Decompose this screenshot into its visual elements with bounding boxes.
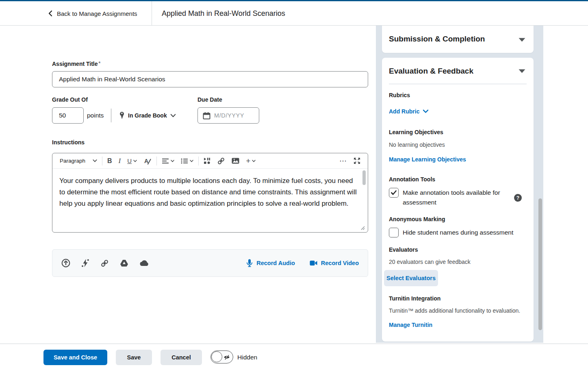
bold-button[interactable]: B: [104, 155, 115, 167]
align-icon: [162, 158, 169, 164]
insert-quicklink-button[interactable]: [214, 155, 228, 167]
record-audio-label: Record Audio: [256, 260, 295, 266]
toolbar-separator: [198, 157, 199, 165]
toolbar-overflow-button[interactable]: ⋯: [336, 155, 350, 167]
chevron-down-icon: [190, 160, 193, 162]
select-evaluators-button[interactable]: Select Evaluators: [384, 270, 438, 286]
editor-content-area[interactable]: Your company delivers products to multip…: [52, 169, 368, 232]
rubrics-label: Rubrics: [389, 92, 410, 98]
add-rubric-dropdown[interactable]: Add Rubric: [389, 108, 429, 115]
page-title: Applied Math in Real-World Scenarios: [162, 1, 285, 26]
submission-completion-title: Submission & Completion: [389, 35, 485, 43]
onedrive-button[interactable]: [139, 260, 149, 266]
editor-scrollbar-thumb[interactable]: [362, 170, 366, 185]
alignment-dropdown[interactable]: [158, 155, 178, 167]
attachments-bar: Record Audio Record Video: [52, 249, 368, 277]
italic-button[interactable]: I: [115, 155, 124, 167]
chevron-down-icon: [170, 114, 176, 118]
anonymous-marking-checkbox-row: Hide student names during assessment: [389, 228, 513, 237]
underline-dropdown[interactable]: U: [124, 155, 140, 167]
grade-medal-icon: [119, 111, 125, 120]
instructions-text: Your company delivers products to multip…: [59, 175, 357, 209]
hidden-toggle-label: Hidden: [237, 344, 257, 370]
due-date-input[interactable]: [214, 112, 255, 119]
fullscreen-button[interactable]: [350, 155, 364, 167]
submission-completion-header[interactable]: Submission & Completion: [382, 26, 534, 44]
insert-image-button[interactable]: [228, 155, 243, 167]
annotation-tools-checkbox[interactable]: [389, 188, 399, 198]
editor-toolbar: Paragraph B I U A: [52, 153, 368, 169]
upload-icon: [61, 259, 70, 268]
upload-file-button[interactable]: [61, 259, 70, 268]
paragraph-style-label: Paragraph: [60, 158, 85, 164]
toolbar-separator: [102, 157, 102, 165]
chevron-down-icon: [93, 159, 97, 162]
insert-stuff-button[interactable]: [200, 155, 214, 167]
evaluators-count-text: 20 evaluators can give feedback: [389, 259, 471, 265]
cancel-button[interactable]: Cancel: [161, 350, 202, 365]
manage-learning-objectives-link[interactable]: Manage Learning Objectives: [389, 156, 466, 163]
back-chevron-icon: [48, 10, 53, 17]
due-date-label: Due Date: [197, 96, 222, 103]
attach-weblink-button[interactable]: [100, 259, 109, 268]
save-button[interactable]: Save: [116, 350, 152, 365]
action-bar: Save and Close Save Cancel Hidden: [0, 344, 588, 370]
grade-out-of-label: Grade Out Of: [52, 96, 88, 103]
link-icon: [100, 259, 109, 268]
annotation-tools-checkbox-label: Make annotation tools available for asse…: [403, 188, 503, 207]
header-divider: [152, 1, 152, 26]
assignment-title-label: Assignment Title*: [52, 61, 100, 67]
plus-icon: +: [246, 157, 250, 165]
required-asterisk: *: [99, 61, 101, 66]
back-link-label: Back to Manage Assignments: [57, 10, 137, 17]
help-icon[interactable]: ?: [514, 194, 522, 202]
manage-turnitin-link[interactable]: Manage Turnitin: [389, 322, 432, 328]
collapse-triangle-icon: [519, 38, 525, 42]
toolbar-separator: [156, 157, 157, 165]
anonymous-marking-checkbox[interactable]: [389, 228, 399, 237]
grade-value-input[interactable]: [52, 107, 84, 124]
instructions-editor: Paragraph B I U A: [52, 153, 368, 233]
collapse-triangle-icon: [519, 69, 525, 73]
due-date-field[interactable]: [197, 107, 259, 124]
evaluation-feedback-header[interactable]: Evaluation & Feedback: [382, 58, 534, 76]
in-grade-book-dropdown[interactable]: In Grade Book: [119, 109, 176, 122]
in-grade-book-label: In Grade Book: [128, 112, 167, 119]
editor-resize-handle[interactable]: [360, 225, 365, 230]
list-dropdown[interactable]: [178, 155, 197, 167]
record-video-button[interactable]: Record Video: [310, 260, 359, 266]
save-and-close-button[interactable]: Save and Close: [43, 350, 107, 365]
visibility-toggle[interactable]: [210, 350, 233, 363]
annotation-tools-label: Annotation Tools: [389, 176, 435, 183]
assignment-form: Assignment Title* Grade Out Of Due Date …: [0, 26, 376, 344]
turnitin-description-text: Turnitin™ adds additional functionality …: [389, 307, 520, 314]
grade-divider: [111, 109, 111, 122]
page-header: Back to Manage Assignments Applied Math …: [0, 1, 588, 26]
anonymous-marking-label: Anonymous Marking: [389, 216, 445, 222]
turnitin-integration-label: Turnitin Integration: [389, 295, 440, 302]
link-icon: [217, 157, 225, 165]
insert-more-dropdown[interactable]: +: [243, 155, 259, 167]
font-color-button[interactable]: A: [140, 155, 155, 167]
instructions-label: Instructions: [52, 139, 85, 146]
assignment-title-input[interactable]: [52, 71, 368, 87]
sidebar-scrollbar-thumb[interactable]: [538, 198, 542, 330]
record-audio-button[interactable]: Record Audio: [246, 259, 295, 267]
card-divider: [389, 84, 527, 84]
google-drive-button[interactable]: [120, 259, 128, 267]
learning-objectives-label: Learning Objectives: [389, 129, 443, 135]
svg-text:A: A: [144, 158, 148, 164]
annotation-tools-checkbox-row: Make annotation tools available for asse…: [389, 188, 503, 207]
evaluators-label: Evaluators: [389, 246, 418, 253]
record-video-label: Record Video: [321, 260, 359, 266]
submission-completion-card: Submission & Completion: [382, 26, 534, 53]
back-to-manage-assignments-link[interactable]: Back to Manage Assignments: [48, 1, 137, 26]
anonymous-marking-checkbox-label: Hide student names during assessment: [403, 228, 513, 237]
paragraph-style-dropdown[interactable]: Paragraph: [56, 155, 100, 167]
attach-existing-activity-button[interactable]: [81, 259, 89, 268]
toggle-knob: [211, 351, 222, 362]
font-color-icon: A: [143, 157, 152, 165]
google-drive-icon: [120, 259, 128, 267]
add-rubric-label: Add Rubric: [389, 108, 419, 115]
cloud-icon: [139, 260, 149, 266]
